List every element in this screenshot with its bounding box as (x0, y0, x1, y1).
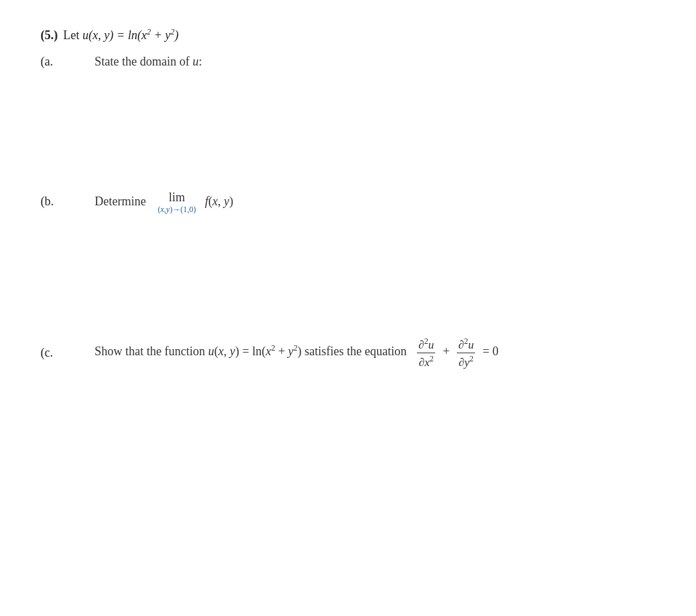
part-c-content: Show that the function u(x, y) = ln(x2 +… (95, 336, 499, 369)
limit-block: lim (x,y)→(1,0) (157, 190, 196, 215)
partial-denominator-y: ∂y2 (457, 353, 475, 369)
lim-subscript: (x,y)→(1,0) (157, 205, 196, 215)
partial-denominator-x: ∂x2 (418, 353, 435, 369)
u-function-def: u(x, y) = ln(x2 + y2) (82, 28, 178, 42)
part-b-content: Determine lim (x,y)→(1,0) f(x, y) (95, 190, 233, 215)
part-a: (a. State the domain of u: (41, 55, 655, 69)
part-a-content: State the domain of u: (95, 55, 202, 69)
problem-number: (5.) (41, 28, 58, 43)
partial-fraction-y: ∂2u ∂y2 (457, 336, 475, 369)
part-c-label: (c. (41, 346, 95, 360)
partial-fraction-x: ∂2u ∂x2 (417, 336, 435, 369)
part-b: (b. Determine lim (x,y)→(1,0) f(x, y) (41, 190, 655, 215)
problem-header: (5.) Let u(x, y) = ln(x2 + y2) (41, 27, 655, 43)
partial-numerator-y: ∂2u (457, 336, 475, 353)
part-a-label: (a. (41, 55, 95, 69)
partial-numerator-x: ∂2u (417, 336, 435, 353)
part-b-label: (b. (41, 195, 95, 209)
problem-statement: Let u(x, y) = ln(x2 + y2) (64, 27, 179, 43)
let-keyword: Let (64, 28, 83, 42)
part-c: (c. Show that the function u(x, y) = ln(… (41, 336, 655, 369)
lim-label: lim (169, 190, 185, 205)
